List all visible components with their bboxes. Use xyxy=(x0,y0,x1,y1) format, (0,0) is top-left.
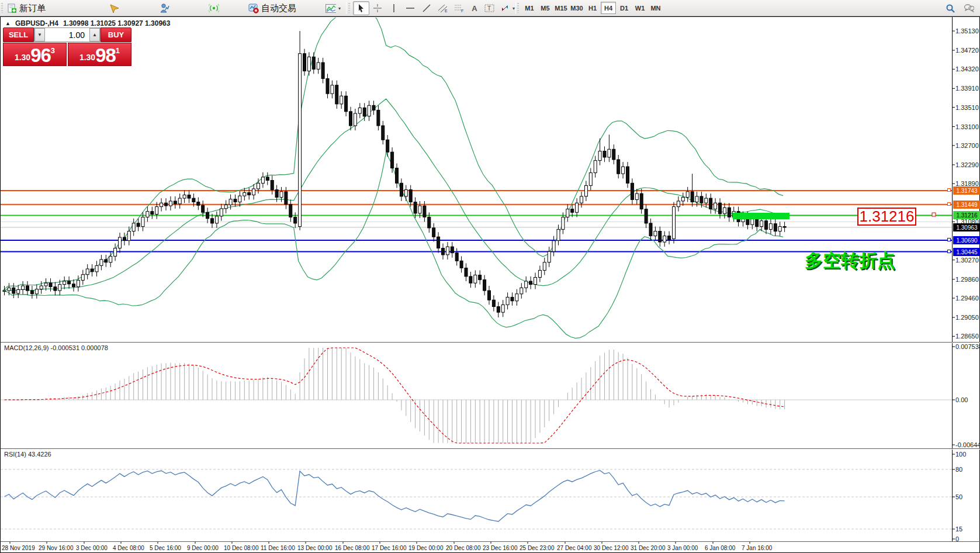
vertical-line-icon xyxy=(389,3,399,13)
chart-template-icon xyxy=(325,3,336,13)
chart-profile-button[interactable] xyxy=(106,1,123,15)
price-tick-label: 1.29050 xyxy=(955,314,979,321)
templates-caret-icon: ▾ xyxy=(338,6,341,11)
volume-box: ▼ 1.00 ▲ xyxy=(34,27,101,42)
green-highlight-bar[interactable] xyxy=(733,213,789,219)
time-tick-label: 16 Dec 08:00 xyxy=(335,545,370,551)
price-badge-1.30445[interactable]: 1.30445 xyxy=(953,248,980,256)
crosshair-tool-button[interactable] xyxy=(369,1,386,15)
price-badge-1.31743[interactable]: 1.31743 xyxy=(953,186,980,195)
templates-button[interactable]: ▾ xyxy=(323,1,344,15)
horizontal-line-icon xyxy=(405,3,415,13)
buy-price-box[interactable]: 1.30 98 1 xyxy=(68,43,131,66)
svg-text:T: T xyxy=(487,5,491,12)
toolbar-grip xyxy=(517,3,519,13)
new-order-icon xyxy=(6,3,17,13)
macd-panel-divider-light xyxy=(1,343,980,343)
price-tick-label: 1.32290 xyxy=(955,161,979,168)
time-tick-label: 6 Jan 08:00 xyxy=(705,545,735,551)
price-tick-label: 1.34320 xyxy=(955,65,979,72)
price-chart-canvas[interactable] xyxy=(1,17,980,553)
timeframe-m5[interactable]: M5 xyxy=(538,2,553,14)
time-tick-label: 3 Dec 00:00 xyxy=(76,545,108,551)
line-handle-square[interactable] xyxy=(947,250,951,253)
buy-button[interactable]: BUY xyxy=(101,27,131,42)
autotrading-button[interactable]: 自动交易 xyxy=(245,1,299,15)
chat-button[interactable] xyxy=(961,1,977,15)
market-watch-button[interactable] xyxy=(157,1,173,15)
svg-text:E: E xyxy=(445,9,448,13)
arrows-tool-button[interactable]: ▾ xyxy=(497,1,518,15)
toolbar-grip xyxy=(1,3,3,13)
timeframe-mn[interactable]: MN xyxy=(648,2,663,14)
text-label-icon: T xyxy=(484,3,495,13)
callout-handle-square[interactable] xyxy=(932,213,936,216)
candles xyxy=(3,31,786,317)
time-tick-label: 9 Dec 00:00 xyxy=(187,545,219,551)
horizontal-line-tool-button[interactable] xyxy=(402,1,418,15)
time-tick-label: 7 Jan 16:00 xyxy=(742,545,772,551)
volume-input[interactable]: 1.00 xyxy=(45,28,89,42)
sell-button[interactable]: SELL xyxy=(3,27,34,42)
timeframe-h1[interactable]: H1 xyxy=(585,2,600,14)
price-tick-label: 1.33910 xyxy=(955,85,979,92)
time-tick-label: 23 Dec 16:00 xyxy=(483,545,518,551)
time-tick-label: 10 Dec 08:00 xyxy=(224,545,259,551)
price-badge-1.31449[interactable]: 1.31449 xyxy=(953,201,980,209)
timeframe-m30[interactable]: M30 xyxy=(569,2,584,14)
fibonacci-tool-button[interactable]: F xyxy=(451,1,468,15)
time-tick-label: 25 Dec 23:00 xyxy=(520,545,555,551)
text-a-icon: A xyxy=(469,3,480,13)
arrow-objects-icon xyxy=(500,3,510,13)
time-tick-label: 27 Dec 04:00 xyxy=(557,545,592,551)
price-badge-1.31216[interactable]: 1.31216 xyxy=(953,211,980,219)
volume-increase-button[interactable]: ▲ xyxy=(89,28,100,42)
timeframe-m1[interactable]: M1 xyxy=(522,2,537,14)
search-button[interactable] xyxy=(942,1,958,15)
volume-decrease-button[interactable]: ▼ xyxy=(34,28,45,42)
main-toolbar: 新订单 自动交易 ▾ xyxy=(0,0,980,16)
price-badge-1.30690[interactable]: 1.30690 xyxy=(953,236,980,244)
toolbar-separator xyxy=(346,2,347,14)
timeframe-h4[interactable]: H4 xyxy=(601,2,616,14)
crosshair-icon xyxy=(372,3,383,13)
new-order-button[interactable]: 新订单 xyxy=(4,1,49,15)
channel-tool-button[interactable]: E xyxy=(435,1,451,15)
price-tick-label: 1.34720 xyxy=(955,47,979,54)
price-callout-label[interactable]: 1.31216 xyxy=(857,208,916,226)
timeframe-d1[interactable]: D1 xyxy=(617,2,632,14)
signal-button[interactable] xyxy=(206,1,222,15)
time-tick-label: 20 Dec 08:00 xyxy=(446,545,481,551)
line-handle-square[interactable] xyxy=(947,202,951,206)
price-tick-label: 1.30270 xyxy=(955,257,979,264)
timeframe-m15[interactable]: M15 xyxy=(553,2,569,14)
line-handle-square[interactable] xyxy=(947,238,951,241)
cursor-icon xyxy=(356,3,366,13)
one-click-trading-panel: SELL ▼ 1.00 ▲ BUY 1.30 96 3 1.30 98 1 xyxy=(3,27,131,66)
timeframe-w1[interactable]: W1 xyxy=(632,2,647,14)
line-handle-square[interactable] xyxy=(947,188,951,192)
sell-price-box[interactable]: 1.30 96 3 xyxy=(3,43,67,66)
turning-point-annotation[interactable]: 多空转折点 xyxy=(805,248,895,273)
macd-signal-line xyxy=(5,348,785,443)
symbol-period-label: GBPUSD-,H4 xyxy=(15,19,58,27)
trendline-icon xyxy=(421,3,432,13)
toolbar-grip xyxy=(348,3,350,13)
rsi-panel-divider-light xyxy=(1,449,980,450)
sell-price-prefix: 1.30 xyxy=(15,53,30,61)
autotrading-icon xyxy=(248,3,259,13)
buy-price-prefix: 1.30 xyxy=(79,53,95,61)
rsi-label: RSI(14) 43.4226 xyxy=(4,451,51,458)
cursor-tool-button[interactable] xyxy=(353,1,369,15)
vertical-line-tool-button[interactable] xyxy=(386,1,402,15)
price-tick-label: 1.28650 xyxy=(955,333,979,340)
text-tool-button[interactable]: A xyxy=(466,1,483,15)
price-badge-1.30963[interactable]: 1.30963 xyxy=(953,223,980,231)
collapse-arrow-icon[interactable]: ▲ xyxy=(5,20,11,26)
macd-axis-label: -0.006446 xyxy=(955,441,980,448)
buy-price-main: 98 xyxy=(95,47,116,64)
text-label-tool-button[interactable]: T xyxy=(482,1,498,15)
trendline-tool-button[interactable] xyxy=(418,1,435,15)
sell-price-main: 96 xyxy=(30,47,51,64)
signal-icon xyxy=(209,3,219,13)
